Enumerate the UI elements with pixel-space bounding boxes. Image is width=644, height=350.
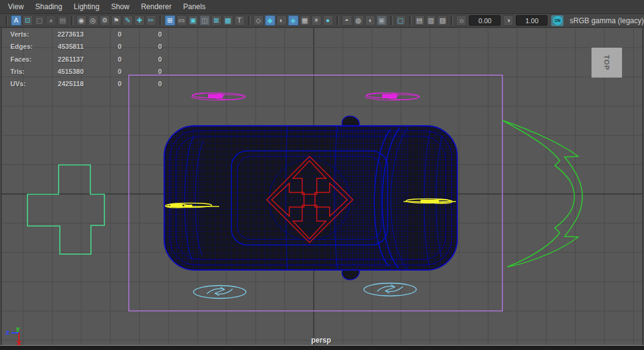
hud-row-value: 0 bbox=[121, 31, 162, 38]
film-gate-icon[interactable]: ▭ bbox=[176, 15, 187, 26]
toolbar-separator bbox=[450, 16, 453, 25]
marquee-square-icon[interactable]: ⊡ bbox=[23, 15, 33, 26]
hud-row-value: 2273613 bbox=[42, 31, 84, 38]
contrast-icon[interactable]: ◑ bbox=[503, 15, 513, 26]
toolbar-separator bbox=[409, 16, 411, 25]
motion-blur-icon[interactable]: ◖ bbox=[365, 15, 375, 26]
camera-name-label: persp bbox=[284, 336, 358, 345]
hud-row-value: 0 bbox=[121, 43, 162, 50]
hud-row-value: 0 bbox=[84, 43, 121, 50]
sphere-pie-icon[interactable]: ◕ bbox=[46, 15, 56, 26]
hud-row-value: 0 bbox=[121, 80, 162, 87]
top-camera-label[interactable]: TOP bbox=[592, 48, 622, 78]
checker-icon[interactable]: ▦ bbox=[300, 15, 310, 26]
camera-icon[interactable]: ◉ bbox=[76, 15, 87, 26]
axis-indicator: z y bbox=[3, 324, 30, 345]
select-marquee-icon[interactable]: ▢ bbox=[396, 15, 406, 26]
viewport-3d[interactable]: Verts:227361300Edges:453581100Faces:2261… bbox=[1, 28, 643, 345]
hud-row-label: Faces: bbox=[10, 56, 42, 63]
toolbar-separator bbox=[248, 16, 250, 25]
toolbar-separator bbox=[390, 16, 393, 25]
magenta-wheel-right[interactable] bbox=[366, 93, 419, 100]
shaded-cube-icon[interactable]: ◆ bbox=[265, 15, 275, 26]
duplicate-squares-icon[interactable]: ▤ bbox=[414, 15, 425, 26]
menu-shading[interactable]: Shading bbox=[34, 1, 64, 12]
resolution-gate-icon[interactable]: ▣ bbox=[188, 15, 198, 26]
letter-a-icon[interactable]: A bbox=[11, 15, 21, 26]
hud-row-value: 0 bbox=[84, 31, 121, 38]
image-plane-icon[interactable]: ▩ bbox=[223, 15, 233, 26]
hud-row-label: UVs: bbox=[10, 80, 42, 87]
menu-lighting[interactable]: Lighting bbox=[72, 1, 101, 12]
hud-row-label: Verts: bbox=[10, 31, 42, 38]
cyan-wheel-left[interactable] bbox=[194, 286, 246, 299]
exposure-icon[interactable]: ☼ bbox=[456, 15, 466, 26]
hud-row-value: 0 bbox=[84, 80, 121, 87]
menu-renderer[interactable]: Renderer bbox=[139, 1, 173, 12]
view-transform-label: sRGB gamma (legacy) bbox=[570, 16, 643, 25]
poly-count-hud: Verts:227361300Edges:453581100Faces:2261… bbox=[10, 28, 162, 90]
hud-row-label: Edges: bbox=[10, 43, 42, 50]
pencil-icon[interactable]: ✏ bbox=[146, 15, 156, 26]
magenta-wheel-left[interactable] bbox=[192, 93, 245, 100]
menu-bar: ViewShadingLightingShowRendererPanels bbox=[0, 0, 644, 14]
camera-lock-icon[interactable]: ◎ bbox=[88, 15, 98, 26]
toolbar-separator bbox=[71, 16, 73, 25]
textured-cube-icon[interactable]: ◈ bbox=[288, 15, 298, 26]
exposure-field[interactable]: 0.00 bbox=[469, 15, 501, 26]
maya-viewport-window: ViewShadingLightingShowRendererPanels A⊡… bbox=[0, 0, 644, 350]
use-all-lights-icon[interactable]: ☀ bbox=[311, 15, 322, 26]
on-badge-circle: ON bbox=[553, 16, 562, 25]
dashed-square-icon[interactable]: ▢ bbox=[34, 15, 45, 26]
wireframe-on-shaded-icon[interactable]: ◐ bbox=[277, 15, 287, 26]
camera-gear-icon[interactable]: ⚙ bbox=[99, 15, 110, 26]
toolbar-separator bbox=[336, 16, 339, 25]
window-bottom-edge bbox=[0, 345, 644, 350]
hud-row-label: Tris: bbox=[10, 68, 42, 75]
multisample-icon[interactable]: ▣ bbox=[377, 15, 387, 26]
bookmark-icon[interactable]: ⚑ bbox=[111, 15, 121, 26]
ambient-occlusion-icon[interactable]: ◍ bbox=[353, 15, 364, 26]
hud-row: UVs:242511800 bbox=[10, 78, 162, 90]
duplicate-squares-alt-icon[interactable]: ▥ bbox=[426, 15, 436, 26]
field-chart-icon[interactable]: ⊠ bbox=[211, 15, 222, 26]
axis-x-star bbox=[16, 340, 21, 345]
hud-row-value: 4535811 bbox=[42, 43, 84, 50]
axis-z-label: z bbox=[5, 329, 10, 337]
hud-row: Verts:227361300 bbox=[10, 28, 162, 40]
grid-icon[interactable]: ⊞ bbox=[165, 15, 175, 26]
default-material-icon[interactable]: ● bbox=[323, 15, 333, 26]
axis-y-label: y bbox=[16, 325, 20, 333]
hud-row: Tris:451538000 bbox=[10, 65, 162, 78]
hud-row-value: 0 bbox=[84, 68, 121, 75]
hud-row-value: 2261137 bbox=[42, 56, 84, 63]
toolbar-separator bbox=[159, 16, 162, 25]
hud-row: Edges:453581100 bbox=[10, 40, 162, 53]
shadows-icon[interactable]: ◓ bbox=[342, 15, 352, 26]
grease-pencil-icon[interactable]: ✎ bbox=[123, 15, 133, 26]
top-camera-label-text: TOP bbox=[603, 55, 610, 70]
hud-row: Faces:226113700 bbox=[10, 53, 162, 65]
hud-text-icon[interactable]: T bbox=[234, 15, 245, 26]
green-cross-curve[interactable] bbox=[27, 165, 104, 254]
hud-row-value: 0 bbox=[121, 68, 162, 75]
menu-panels[interactable]: Panels bbox=[181, 1, 208, 12]
hud-row-value: 0 bbox=[121, 56, 162, 63]
wireframe-cube-icon[interactable]: ◇ bbox=[253, 15, 264, 26]
hud-row-value: 4515380 bbox=[42, 68, 84, 75]
snapshot-box-icon[interactable]: ▨ bbox=[437, 15, 447, 26]
panel-toolbar: A⊡▢◕▤◉◎⚙⚑✎✚✏⊞▭▣◫⊠▩T◇◆◐◈▦☀●◓◍◖▣▢▤▥▨☼0.00◑… bbox=[0, 14, 644, 27]
menu-show[interactable]: Show bbox=[109, 1, 131, 12]
view-transform-toggle[interactable]: ON bbox=[551, 15, 563, 26]
image-stack-icon[interactable]: ▤ bbox=[57, 15, 68, 26]
pan-zoom-icon[interactable]: ✚ bbox=[134, 15, 145, 26]
gamma-field[interactable]: 1.00 bbox=[516, 15, 548, 26]
car-wireframe[interactable] bbox=[164, 116, 457, 280]
gate-mask-icon[interactable]: ◫ bbox=[200, 15, 210, 26]
hud-row-value: 0 bbox=[84, 56, 121, 63]
hud-row-value: 2425118 bbox=[42, 80, 84, 87]
toolbar-separator bbox=[5, 16, 8, 25]
menu-view[interactable]: View bbox=[6, 1, 26, 12]
